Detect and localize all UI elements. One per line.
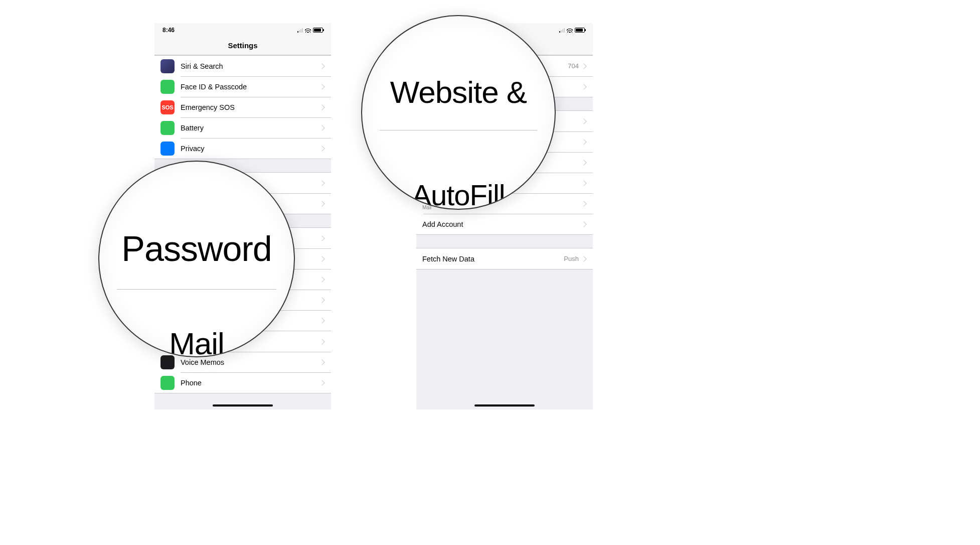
home-indicator[interactable]	[213, 404, 273, 406]
status-time: 8:46	[162, 27, 175, 34]
row-label: Battery	[181, 124, 320, 132]
settings-row-privacy[interactable]: Privacy	[154, 138, 331, 159]
magnifier-website-passwords: Website & AutoFill	[361, 15, 556, 210]
settings-row-sos[interactable]: SOS Emergency SOS	[154, 97, 331, 117]
chevron-icon	[319, 380, 324, 385]
chevron-icon	[581, 180, 586, 186]
siri-icon	[160, 59, 175, 73]
signal-icon	[297, 28, 303, 33]
chevron-icon	[581, 160, 586, 165]
fetch-group: Fetch New Data Push	[416, 248, 593, 269]
row-label: Privacy	[181, 145, 320, 153]
row-label: Siri & Search	[181, 62, 320, 70]
battery-icon	[313, 28, 323, 33]
row-label: Emergency SOS	[181, 103, 320, 111]
chevron-icon	[581, 139, 586, 145]
magnified-text: Website &	[390, 74, 527, 110]
nav-title: Settings	[154, 37, 331, 55]
sos-icon: SOS	[160, 100, 175, 114]
row-label: Face ID & Passcode	[181, 83, 320, 91]
chevron-icon	[319, 84, 324, 89]
chevron-icon	[581, 256, 586, 261]
row-detail: Push	[564, 255, 579, 262]
chevron-icon	[319, 180, 324, 186]
chevron-icon	[319, 104, 324, 110]
add-account-row[interactable]: Add Account	[416, 214, 593, 234]
chevron-icon	[319, 201, 324, 206]
chevron-icon	[319, 277, 324, 282]
chevron-icon	[319, 339, 324, 344]
settings-row-faceid[interactable]: Face ID & Passcode	[154, 76, 331, 97]
chevron-icon	[319, 235, 324, 241]
signal-icon	[559, 28, 565, 33]
battery-settings-icon	[160, 121, 175, 135]
settings-group-1: Siri & Search Face ID & Passcode SOS Eme…	[154, 55, 331, 159]
chevron-icon	[319, 256, 324, 261]
chevron-icon	[581, 63, 586, 69]
phone-app-icon	[160, 376, 175, 390]
row-label: Add Account	[422, 220, 582, 228]
magnified-text: Password	[121, 229, 271, 269]
battery-icon	[575, 28, 585, 33]
settings-row-phone[interactable]: Phone	[154, 372, 331, 393]
chevron-icon	[319, 297, 324, 303]
wifi-icon	[567, 27, 573, 34]
voicememos-icon	[160, 355, 175, 369]
home-indicator[interactable]	[474, 404, 535, 406]
magnifier-passwords: Password Mail	[98, 161, 295, 357]
faceid-icon	[160, 80, 175, 94]
settings-row-siri[interactable]: Siri & Search	[154, 56, 331, 76]
row-label: Phone	[181, 379, 320, 387]
settings-row-battery[interactable]: Battery	[154, 117, 331, 138]
chevron-icon	[581, 201, 586, 206]
chevron-icon	[319, 359, 324, 365]
status-icons	[559, 27, 585, 34]
row-detail: 704	[568, 62, 579, 70]
chevron-icon	[581, 221, 586, 227]
row-label: Fetch New Data	[422, 255, 564, 263]
chevron-icon	[319, 318, 324, 323]
chevron-icon	[581, 84, 586, 89]
status-bar: 8:46	[154, 23, 331, 37]
chevron-icon	[319, 146, 324, 151]
chevron-icon	[581, 118, 586, 124]
chevron-icon	[319, 125, 324, 130]
magnified-text: Mail	[169, 326, 224, 357]
row-label: Voice Memos	[181, 358, 320, 366]
status-icons	[297, 27, 323, 34]
wifi-icon	[305, 27, 311, 34]
fetch-new-data-row[interactable]: Fetch New Data Push	[416, 248, 593, 269]
privacy-icon	[160, 142, 175, 156]
chevron-icon	[319, 63, 324, 69]
